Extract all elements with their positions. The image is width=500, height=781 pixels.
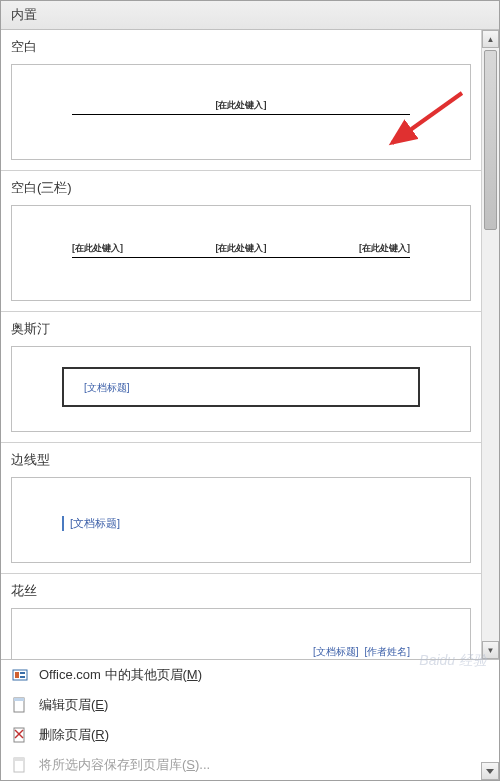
- menu-edit-header-label: 编辑页眉(E): [39, 696, 108, 714]
- save-selection-icon: [11, 756, 29, 774]
- blank3col-left: [在此处键入]: [72, 242, 123, 257]
- gallery-section-title: 内置: [11, 7, 37, 22]
- svg-rect-7: [14, 698, 24, 701]
- blank-preview-line: [在此处键入]: [72, 99, 410, 115]
- menu-delete-header-label: 删除页眉(R): [39, 726, 109, 744]
- template-label-edge: 边线型: [1, 443, 481, 473]
- template-label-filigree: 花丝: [1, 574, 481, 604]
- template-edge[interactable]: [文档标题]: [11, 477, 471, 563]
- svg-rect-3: [15, 672, 19, 678]
- gallery-scroll-area: 空白 [在此处键入] 空白(三栏) [在此处键入]: [1, 30, 499, 659]
- filigree-author: [作者姓名]: [364, 645, 410, 659]
- menu-dropdown-toggle[interactable]: [481, 762, 499, 780]
- scroll-up-button[interactable]: ▲: [482, 30, 499, 48]
- menu-delete-header[interactable]: 删除页眉(R): [1, 720, 499, 750]
- gallery-section-header: 内置: [1, 1, 499, 30]
- office-icon: [11, 666, 29, 684]
- template-label-austin: 奥斯汀: [1, 312, 481, 342]
- header-gallery-dropdown: 内置 空白 [在此处键入] 空白(三栏): [0, 0, 500, 781]
- scroll-thumb[interactable]: [484, 50, 497, 230]
- blank3col-center: [在此处键入]: [216, 242, 267, 257]
- blank3col-preview-line: [在此处键入] [在此处键入] [在此处键入]: [72, 242, 410, 258]
- menu-save-selection: 将所选内容保存到页眉库(S)...: [1, 750, 499, 780]
- blank-placeholder-text: [在此处键入]: [72, 99, 410, 112]
- svg-rect-4: [20, 672, 25, 674]
- filigree-doc-title: [文档标题]: [313, 645, 359, 659]
- chevron-down-icon: [486, 767, 494, 775]
- menu-more-office[interactable]: Office.com 中的其他页眉(M): [1, 660, 499, 690]
- edit-header-icon: [11, 696, 29, 714]
- austin-preview-box: [文档标题]: [62, 367, 420, 407]
- template-label-blank3col: 空白(三栏): [1, 171, 481, 201]
- blank3col-right: [在此处键入]: [359, 242, 410, 257]
- filigree-preview-line: [文档标题] [作者姓名]: [72, 645, 410, 659]
- delete-header-icon: [11, 726, 29, 744]
- menu-edit-header[interactable]: 编辑页眉(E): [1, 690, 499, 720]
- template-blank-3col[interactable]: [在此处键入] [在此处键入] [在此处键入]: [11, 205, 471, 301]
- template-filigree[interactable]: [文档标题] [作者姓名]: [11, 608, 471, 659]
- menu-more-office-label: Office.com 中的其他页眉(M): [39, 666, 202, 684]
- template-blank[interactable]: [在此处键入]: [11, 64, 471, 160]
- edge-placeholder: [文档标题]: [62, 516, 120, 531]
- template-label-blank: 空白: [1, 30, 481, 60]
- menu-save-selection-label: 将所选内容保存到页眉库(S)...: [39, 756, 210, 774]
- svg-rect-5: [20, 676, 25, 678]
- gallery-menu: Office.com 中的其他页眉(M) 编辑页眉(E) 删除页眉(R): [1, 659, 499, 780]
- template-austin[interactable]: [文档标题]: [11, 346, 471, 432]
- austin-placeholder: [文档标题]: [84, 381, 130, 395]
- scrollbar-track[interactable]: ▲ ▼: [481, 30, 499, 659]
- svg-rect-12: [14, 758, 24, 761]
- gallery-content: 空白 [在此处键入] 空白(三栏) [在此处键入]: [1, 30, 481, 659]
- scroll-down-button[interactable]: ▼: [482, 641, 499, 659]
- svg-marker-13: [486, 769, 494, 774]
